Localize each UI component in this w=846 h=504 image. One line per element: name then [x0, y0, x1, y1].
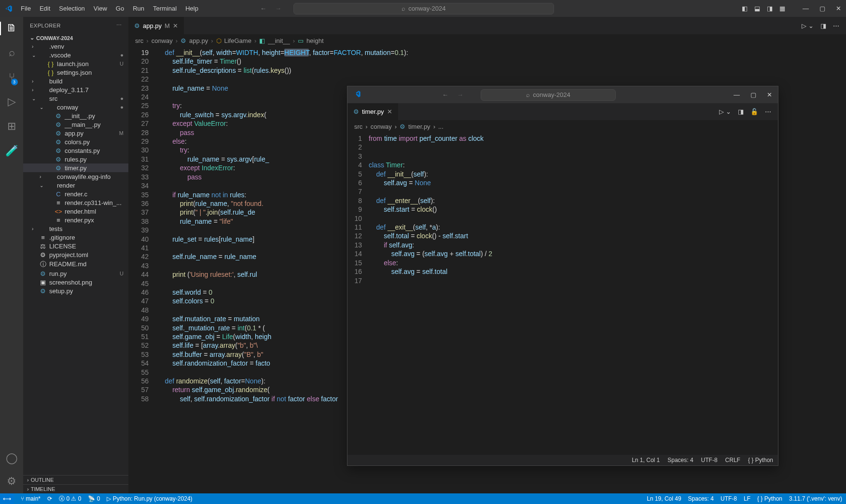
explorer-icon[interactable]: 🗎	[6, 22, 17, 34]
menu-view[interactable]: View	[90, 0, 111, 17]
tree-item-launch-json[interactable]: { }launch.jsonU	[23, 59, 128, 68]
command-center[interactable]: ⌕ conway-2024	[481, 89, 616, 101]
workspace-folder[interactable]: ⌄ CONWAY-2024	[23, 34, 128, 42]
tree-item-render-c[interactable]: Crender.c	[23, 190, 128, 198]
tree-item-screenshot-png[interactable]: ▣screenshot.png	[23, 278, 128, 286]
editor-body[interactable]: 1234567891011121314151617 from time impo…	[347, 133, 778, 455]
language-mode[interactable]: { } Python	[757, 495, 782, 502]
tree-item-render-html[interactable]: <>render.html	[23, 207, 128, 216]
close-icon[interactable]: ✕	[767, 91, 772, 98]
run-icon[interactable]: ▷ ⌄	[802, 22, 814, 29]
maximize-icon[interactable]: ▢	[750, 91, 756, 98]
customize-layout-icon[interactable]: ▦	[779, 5, 785, 12]
command-center[interactable]: ⌕ conway-2024	[293, 3, 554, 14]
tree-item-tests[interactable]: ›tests	[23, 224, 128, 233]
tab-close-icon[interactable]: ✕	[173, 22, 178, 29]
tree-item-deploy-3-11-7[interactable]: ›deploy_3.11.7	[23, 85, 128, 94]
timeline-section[interactable]: › TIMELINE	[23, 484, 128, 493]
sync-icon[interactable]: ⟳	[47, 495, 52, 502]
tree-item-conway[interactable]: ⌄conway●	[23, 103, 128, 111]
menu-selection[interactable]: Selection	[55, 0, 88, 17]
tree-item-settings-json[interactable]: { }settings.json	[23, 68, 128, 77]
menu-edit[interactable]: Edit	[36, 0, 54, 17]
language-mode[interactable]: { } Python	[748, 457, 773, 463]
tree-item---main---py[interactable]: ⚙__main__.py	[23, 120, 128, 129]
tree-item-render[interactable]: ⌄render	[23, 181, 128, 190]
maximize-icon[interactable]: ▢	[819, 5, 825, 12]
minimize-icon[interactable]: —	[734, 91, 740, 98]
nav-forward-icon[interactable]: →	[457, 91, 463, 98]
code-content[interactable]: from time import perf_counter as clock c…	[369, 133, 739, 455]
tree-item-timer-py[interactable]: ⚙timer.py	[23, 163, 128, 172]
tab-app-py[interactable]: ⚙ app.py M ✕	[128, 17, 184, 34]
encoding[interactable]: UTF-8	[701, 457, 718, 463]
cursor-position[interactable]: Ln 1, Col 1	[632, 457, 660, 463]
more-icon[interactable]: ⋯	[833, 22, 839, 29]
breadcrumb-item[interactable]: src	[354, 123, 362, 130]
search-icon[interactable]: ⌕	[9, 46, 15, 59]
eol[interactable]: CRLF	[725, 457, 740, 463]
run-icon[interactable]: ▷ ⌄	[719, 108, 731, 115]
tree-item---init---py[interactable]: ⚙__init__.py	[23, 111, 128, 120]
toggle-panel-right-icon[interactable]: ◨	[767, 5, 773, 12]
tree-item-app-py[interactable]: ⚙app.pyM	[23, 129, 128, 137]
minimize-icon[interactable]: —	[803, 5, 809, 12]
tree-item--venv[interactable]: ›.venv	[23, 42, 128, 51]
toggle-panel-bottom-icon[interactable]: ⬓	[754, 5, 760, 12]
tree-item-run-py[interactable]: ⚙run.pyU	[23, 269, 128, 278]
menu-run[interactable]: Run	[129, 0, 148, 17]
python-interpreter[interactable]: 3.11.7 ('.venv': venv)	[789, 495, 842, 502]
breadcrumb-item[interactable]: height	[306, 37, 323, 44]
more-icon[interactable]: ⋯	[765, 108, 771, 115]
branch-indicator[interactable]: ⑂ main*	[21, 495, 41, 502]
testing-icon[interactable]: 🧪	[5, 145, 18, 157]
tree-item-pyproject-toml[interactable]: ⚙pyproject.toml	[23, 250, 128, 259]
outline-section[interactable]: › OUTLINE	[23, 475, 128, 484]
close-icon[interactable]: ✕	[836, 5, 841, 12]
indentation[interactable]: Spaces: 4	[667, 457, 693, 463]
breadcrumb-item[interactable]: conway	[371, 123, 392, 130]
tab-timer-py[interactable]: ⚙ timer.py ✕	[347, 103, 399, 120]
breadcrumb-item[interactable]: ...	[438, 123, 444, 130]
tree-item-conwaylife-egg-info[interactable]: ›conwaylife.egg-info	[23, 172, 128, 181]
breadcrumb-item[interactable]: timer.py	[408, 123, 430, 130]
tree-item-setup-py[interactable]: ⚙setup.py	[23, 286, 128, 295]
menu-help[interactable]: Help	[181, 0, 202, 17]
eol[interactable]: LF	[744, 495, 750, 502]
breadcrumbs[interactable]: src› conway› ⚙ app.py› ⬡ LifeGame› ◧ __i…	[128, 34, 846, 47]
more-icon[interactable]: ⋯	[116, 22, 122, 28]
breadcrumb-item[interactable]: app.py	[189, 37, 208, 44]
toggle-panel-left-icon[interactable]: ◧	[742, 5, 748, 12]
tree-item-license[interactable]: ⚖LICENSE	[23, 242, 128, 250]
cursor-position[interactable]: Ln 19, Col 49	[647, 495, 681, 502]
source-control-icon[interactable]: ⑂3	[9, 71, 15, 83]
problems-indicator[interactable]: ⓧ 0 ⚠ 0	[59, 495, 81, 503]
remote-indicator[interactable]: ⟷	[0, 493, 14, 504]
ports-indicator[interactable]: 📡 0	[88, 495, 100, 502]
breadcrumb-item[interactable]: src	[135, 37, 143, 44]
breadcrumbs[interactable]: src› conway› ⚙ timer.py› ...	[347, 120, 778, 133]
tree-item-constants-py[interactable]: ⚙constants.py	[23, 146, 128, 155]
tree-item-readme-md[interactable]: ⓘREADME.md	[23, 259, 128, 269]
nav-back-icon[interactable]: ←	[260, 5, 266, 12]
debug-config[interactable]: ▷ Python: Run.py (conway-2024)	[107, 495, 192, 502]
extensions-icon[interactable]: ⊞	[7, 120, 16, 133]
split-icon[interactable]: ◨	[738, 108, 744, 115]
indentation[interactable]: Spaces: 4	[688, 495, 714, 502]
breadcrumb-item[interactable]: LifeGame	[224, 37, 251, 44]
breadcrumb-item[interactable]: conway	[152, 37, 173, 44]
tree-item-build[interactable]: ›build	[23, 77, 128, 85]
split-icon[interactable]: ◨	[820, 22, 826, 29]
nav-forward-icon[interactable]: →	[275, 5, 281, 12]
tree-item--vscode[interactable]: ⌄.vscode●	[23, 51, 128, 59]
nav-back-icon[interactable]: ←	[442, 91, 448, 98]
run-debug-icon[interactable]: ▷	[8, 95, 16, 108]
settings-gear-icon[interactable]: ⚙	[7, 475, 16, 488]
encoding[interactable]: UTF-8	[721, 495, 737, 502]
readonly-icon[interactable]: 🔓	[750, 108, 758, 115]
breadcrumb-item[interactable]: __init__	[268, 37, 290, 44]
tree-item-colors-py[interactable]: ⚙colors.py	[23, 137, 128, 146]
minimap[interactable]	[793, 47, 846, 493]
tree-item-src[interactable]: ⌄src●	[23, 94, 128, 103]
tree-item-render-pyx[interactable]: ≡render.pyx	[23, 216, 128, 224]
